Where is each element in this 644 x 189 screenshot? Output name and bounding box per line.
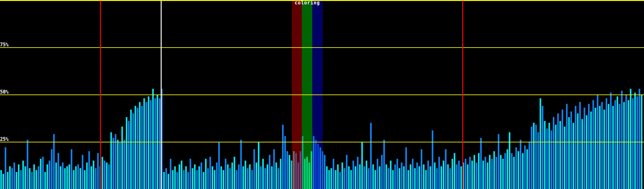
histogram-bar: [324, 155, 325, 189]
histogram-bar: [438, 157, 440, 189]
histogram-bar: [220, 166, 222, 189]
coloring-label: coloring: [295, 1, 320, 5]
histogram-bar: [40, 159, 42, 189]
histogram-bar: [214, 170, 215, 189]
histogram-bar: [278, 168, 279, 189]
histogram-bar: [238, 164, 240, 189]
histogram-bar: [559, 121, 561, 189]
histogram-bar: [146, 102, 147, 189]
histogram-bar: [231, 163, 233, 189]
histogram-bar: [110, 132, 112, 189]
histogram-bar: [154, 98, 156, 189]
histogram-bar: [64, 168, 66, 189]
histogram-bar: [447, 164, 449, 189]
histogram-bar: [564, 127, 565, 189]
histogram-bar: [330, 168, 332, 189]
histogram-bar: [273, 149, 275, 189]
histogram-bar: [253, 149, 255, 189]
histogram-bar: [430, 166, 431, 189]
histogram-bar: [223, 170, 224, 189]
histogram-bar: [636, 96, 638, 189]
histogram-bar: [639, 89, 640, 189]
histogram-bar: [148, 96, 149, 189]
histogram-bar: [632, 98, 634, 189]
histogram-bar: [498, 134, 499, 189]
histogram-bar: [260, 166, 262, 189]
histogram-bar: [124, 140, 125, 189]
histogram-bar: [284, 136, 286, 189]
histogram-bar: [91, 166, 92, 189]
histogram-bar: [372, 164, 374, 189]
histogram-bar: [443, 161, 444, 189]
histogram-bar: [108, 164, 110, 189]
histogram-bar: [73, 170, 75, 189]
histogram-bar: [196, 170, 198, 189]
histogram-bar: [586, 115, 587, 189]
histogram-bar: [344, 168, 345, 189]
histogram-bar: [513, 157, 515, 189]
histogram-bar: [275, 163, 277, 189]
histogram-bar: [368, 168, 369, 189]
histogram-bar: [511, 153, 513, 189]
histogram-bar: [115, 134, 116, 189]
histogram-bar: [20, 170, 22, 189]
histogram-bar: [531, 127, 532, 189]
histogram-bar: [163, 172, 165, 189]
histogram-bar: [412, 159, 414, 189]
histogram-bar: [49, 161, 50, 189]
histogram-bar: [240, 140, 242, 189]
histogram-bar: [84, 170, 86, 189]
gridline-25: [0, 142, 644, 142]
histogram-bar: [546, 129, 548, 189]
histogram-bar: [401, 163, 402, 189]
histogram-bar: [469, 157, 471, 189]
histogram-bar: [518, 151, 519, 189]
histogram-bar: [509, 132, 510, 189]
histogram-bar: [434, 163, 436, 189]
histogram-bar: [119, 142, 121, 189]
histogram-bar: [628, 100, 629, 189]
histogram-bar: [353, 161, 354, 189]
histogram-bar: [97, 153, 99, 189]
histogram-bar: [577, 113, 579, 189]
histogram-bar: [201, 163, 202, 189]
histogram-bar: [168, 174, 169, 189]
histogram-bar: [80, 168, 81, 189]
histogram-bar: [454, 153, 455, 189]
histogram-bar: [350, 170, 352, 189]
histogram-bar: [104, 161, 105, 189]
histogram-bar: [242, 166, 244, 189]
histogram-bar: [130, 110, 132, 189]
histogram-bar: [106, 163, 108, 189]
histogram-bar: [540, 98, 541, 189]
histogram-bar: [7, 172, 8, 189]
histogram-bar: [82, 155, 83, 189]
histogram-bar: [117, 140, 119, 189]
histogram-bar: [614, 100, 616, 189]
histogram-bar: [212, 166, 213, 189]
histogram-bar: [595, 108, 596, 189]
histogram-bar: [471, 161, 473, 189]
histogram-bar: [388, 168, 389, 189]
histogram-bar: [630, 89, 631, 189]
histogram-bar: [335, 170, 336, 189]
histogram-bar: [386, 164, 387, 189]
gridline-50: [0, 94, 644, 95]
histogram-bar: [139, 102, 141, 189]
histogram-bar: [209, 157, 211, 189]
histogram-bar: [22, 161, 24, 189]
histogram-bar: [141, 106, 143, 189]
histogram-bar: [403, 166, 405, 189]
y-tick-50: 50%: [0, 90, 8, 94]
histogram-bar: [612, 106, 614, 189]
histogram-bar: [289, 155, 290, 189]
histogram-bar: [207, 168, 209, 189]
histogram-bar: [575, 106, 576, 189]
histogram-bar: [339, 172, 341, 189]
histogram-bar: [551, 130, 552, 189]
histogram-bar: [42, 157, 44, 189]
histogram-bar: [361, 142, 363, 189]
histogram-bar: [621, 91, 623, 189]
histogram-bar: [377, 159, 378, 189]
histogram-bar: [247, 168, 248, 189]
